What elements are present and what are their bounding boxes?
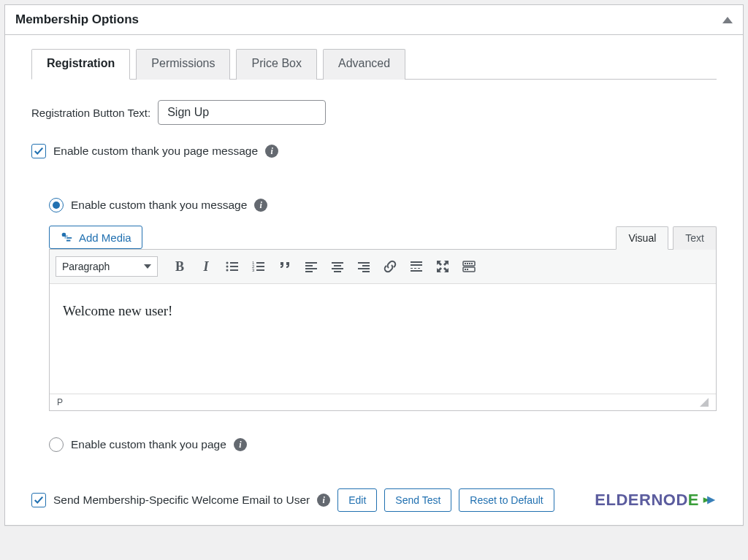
add-media-label: Add Media	[79, 231, 131, 244]
format-dropdown[interactable]: Paragraph	[56, 256, 158, 277]
tab-permissions[interactable]: Permissions	[136, 49, 230, 80]
tab-registration[interactable]: Registration	[31, 49, 130, 80]
svg-rect-32	[465, 263, 466, 264]
welcome-email-row: Send Membership-Specific Welcome Email t…	[31, 488, 717, 512]
svg-rect-12	[256, 269, 264, 271]
editor-content-area[interactable]: Welcome new user!	[50, 284, 716, 394]
editor-box: Paragraph B I 123	[49, 249, 717, 411]
svg-point-1	[226, 262, 229, 264]
logo-arrow-icon	[701, 492, 717, 508]
editor-text-tab[interactable]: Text	[673, 226, 717, 250]
svg-rect-20	[334, 271, 341, 272]
numbered-list-button[interactable]: 123	[247, 256, 270, 277]
svg-rect-38	[467, 269, 468, 270]
info-icon[interactable]: i	[234, 438, 247, 451]
add-media-button[interactable]: Add Media	[49, 226, 142, 249]
svg-rect-14	[305, 265, 313, 266]
svg-rect-17	[332, 262, 343, 264]
enable-custom-thank-you-message-row: Enable custom thank you message i	[49, 198, 717, 212]
svg-rect-13	[305, 262, 317, 264]
svg-rect-33	[467, 263, 468, 264]
tab-price-box[interactable]: Price Box	[236, 49, 316, 80]
send-welcome-email-label: Send Membership-Specific Welcome Email t…	[53, 494, 310, 507]
blockquote-button[interactable]	[273, 256, 297, 277]
svg-rect-21	[358, 262, 370, 264]
svg-rect-35	[471, 263, 473, 264]
editor-element-path[interactable]: P	[57, 397, 63, 407]
svg-rect-25	[411, 261, 422, 263]
panel-header: Membership Options	[5, 5, 743, 35]
tab-advanced[interactable]: Advanced	[323, 49, 405, 80]
align-right-button[interactable]	[352, 256, 375, 277]
editor-visual-tab[interactable]: Visual	[616, 226, 668, 250]
svg-rect-37	[465, 269, 466, 270]
enable-custom-thank-you-message-radio[interactable]	[49, 198, 64, 212]
svg-rect-26	[411, 264, 422, 266]
svg-rect-18	[334, 265, 341, 266]
enable-custom-thank-you-page-radio[interactable]	[49, 437, 64, 452]
svg-rect-23	[358, 268, 370, 269]
enable-custom-thank-you-message-label: Enable custom thank you message	[71, 199, 247, 212]
align-left-button[interactable]	[299, 256, 323, 277]
brand-logo: ELDERNODE	[595, 491, 717, 510]
enable-thank-you-page-msg-label: Enable custom thank you page message	[53, 145, 258, 158]
svg-text:3: 3	[252, 268, 255, 272]
svg-rect-30	[411, 270, 422, 272]
enable-thank-you-page-msg-row: Enable custom thank you page message i	[31, 144, 717, 158]
enable-custom-thank-you-page-row: Enable custom thank you page i	[49, 437, 717, 452]
svg-rect-24	[362, 271, 370, 272]
editor-status-bar: P	[50, 394, 716, 410]
svg-rect-29	[418, 268, 420, 269]
reset-email-button[interactable]: Reset to Default	[459, 488, 554, 512]
membership-options-panel: Membership Options Registration Permissi…	[4, 4, 744, 526]
registration-button-text-input[interactable]	[158, 100, 326, 125]
tab-bar: Registration Permissions Price Box Advan…	[31, 48, 717, 80]
info-icon[interactable]: i	[317, 494, 330, 507]
bullet-list-button[interactable]	[221, 256, 244, 277]
editor-mode-tabs: Visual Text	[616, 226, 717, 249]
enable-thank-you-page-msg-checkbox[interactable]	[31, 144, 46, 158]
svg-rect-10	[256, 266, 264, 267]
editor-wrapper: Add Media Visual Text Paragraph B I	[49, 226, 717, 411]
svg-rect-27	[411, 268, 413, 269]
panel-title: Membership Options	[15, 12, 139, 27]
enable-custom-thank-you-page-label: Enable custom thank you page	[71, 438, 226, 451]
fullscreen-button[interactable]	[431, 256, 454, 277]
panel-body: Registration Permissions Price Box Advan…	[5, 35, 743, 525]
registration-button-text-label: Registration Button Text:	[31, 107, 150, 119]
svg-rect-2	[230, 262, 238, 264]
svg-rect-16	[305, 271, 313, 272]
edit-email-button[interactable]: Edit	[337, 488, 377, 512]
registration-button-text-row: Registration Button Text:	[31, 100, 717, 125]
collapse-toggle-icon[interactable]	[722, 17, 733, 23]
svg-rect-34	[469, 263, 470, 264]
svg-rect-4	[230, 266, 238, 267]
info-icon[interactable]: i	[265, 145, 278, 158]
italic-button[interactable]: I	[194, 256, 218, 277]
info-icon[interactable]: i	[254, 199, 267, 212]
chevron-down-icon	[144, 264, 151, 269]
svg-point-0	[62, 233, 66, 237]
align-center-button[interactable]	[326, 256, 349, 277]
link-button[interactable]	[378, 256, 402, 277]
editor-top-bar: Add Media Visual Text	[49, 226, 717, 249]
format-dropdown-label: Paragraph	[62, 261, 110, 272]
media-icon	[60, 231, 73, 244]
svg-rect-22	[362, 265, 370, 266]
svg-rect-15	[305, 268, 317, 269]
toolbar-toggle-button[interactable]	[457, 256, 481, 277]
svg-rect-19	[332, 268, 343, 269]
read-more-button[interactable]	[405, 256, 428, 277]
svg-point-3	[226, 266, 229, 268]
send-test-email-button[interactable]: Send Test	[384, 488, 451, 512]
bold-button[interactable]: B	[168, 256, 191, 277]
svg-point-5	[226, 269, 229, 272]
editor-toolbar: Paragraph B I 123	[50, 250, 716, 284]
resize-handle-icon[interactable]	[700, 398, 709, 407]
svg-rect-8	[256, 262, 264, 264]
svg-rect-6	[230, 269, 238, 271]
svg-rect-28	[414, 268, 416, 269]
send-welcome-email-checkbox[interactable]	[31, 493, 46, 507]
